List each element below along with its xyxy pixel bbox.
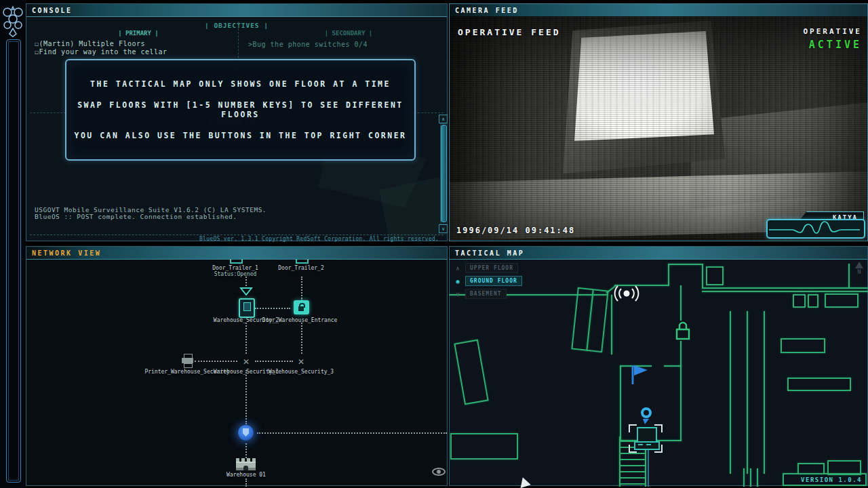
network-title: NETWORK VIEW [32, 249, 101, 257]
floor-upper-label: UPPER FLOOR [465, 263, 518, 273]
floor-selector: ∧ UPPER FLOOR ◉ GROUND FLOOR ∨ BASEMENT [454, 263, 522, 302]
feed-label: OPERATIVE FEED [458, 27, 561, 37]
node-warehouse-security-3[interactable]: ✕ [298, 355, 304, 367]
console-panel: CONSOLE | OBJECTIVES | | PRIMARY | | SEC… [26, 3, 448, 241]
net-link [301, 277, 302, 301]
operative-label: OPERATIVE [803, 27, 862, 36]
node-label-entrance: Door_Warehouse_Entrance [262, 317, 338, 323]
camera-vignette [450, 16, 867, 241]
wall [664, 365, 682, 367]
floor-button-ground[interactable]: ◉ GROUND FLOOR [454, 276, 522, 286]
node-door-warehouse-entrance[interactable] [294, 300, 309, 314]
heading-arrow-icon [517, 476, 531, 488]
operative-status: ACTIVE [809, 39, 862, 51]
tutorial-line-3: YOU CAN ALSO USE THE BUTTONS IN THE TOP … [66, 131, 414, 140]
locked-door-icon[interactable] [673, 320, 692, 342]
wall [620, 365, 621, 441]
network-panel: NETWORK VIEW Door_Trailer_1 Status:Opene… [26, 246, 448, 486]
trailer1-name: Door_Trailer_1 [212, 265, 258, 271]
pulse-waveform-icon [768, 220, 861, 235]
laptop-icon[interactable] [634, 427, 657, 450]
tutorial-line-2: SWAP FLOORS WITH [1-5 NUMBER KEYS] TO SE… [66, 100, 414, 119]
map-object-box [454, 340, 488, 405]
scroll-thumb[interactable] [441, 125, 447, 222]
shelf-line [747, 311, 748, 474]
objective-flag-icon [627, 362, 650, 388]
wall [680, 285, 682, 321]
node-label-warehouse: Warehouse 01 [226, 472, 266, 478]
objective-secondary-1: >Bug the phone switches 0/4 [248, 40, 368, 49]
node-warehouse-security-2[interactable] [239, 298, 255, 318]
wall [680, 341, 682, 367]
shield-glyph-icon [243, 428, 249, 436]
laptop-key [646, 444, 651, 445]
floor-current-icon: ◉ [454, 278, 462, 285]
trailer1-status: Status:Opened [212, 271, 258, 277]
map-object-box [825, 293, 859, 308]
compass-icon: N [855, 262, 863, 275]
floor-ground-label: GROUND FLOOR [465, 276, 522, 286]
shelf-line [730, 311, 731, 474]
node-label-trailer1: Door_Trailer_1 Status:Opened [212, 265, 258, 277]
tactical-panel: TACTICAL MAP ∧ UPPER FLOOR ◉ GROUND FLOO… [449, 246, 868, 486]
net-link [255, 308, 290, 309]
wall [743, 468, 745, 487]
node-door-trailer-1[interactable] [230, 259, 243, 264]
wall [702, 287, 868, 289]
version-label: VERSION 1.0.4 [801, 476, 862, 483]
feed-timestamp: 1996/09/14 09:41:48 [456, 226, 575, 235]
camera-feed: OPERATIVE FEED OPERATIVE ACTIVE 1996/09/… [450, 16, 867, 241]
node-firewall[interactable] [238, 425, 254, 441]
laptop-base [634, 441, 660, 450]
net-link [195, 361, 237, 362]
network-header: NETWORK VIEW [26, 247, 447, 260]
net-link [245, 479, 247, 487]
map-object-box [787, 378, 851, 391]
objectives-header: | OBJECTIVES | [26, 22, 447, 29]
wall [750, 468, 751, 487]
biometric-monitor [766, 219, 865, 239]
eye-pupil [437, 470, 441, 474]
node-label-security3: Warehouse_Security_3 [269, 369, 334, 375]
tactical-header: TACTICAL MAP [450, 247, 867, 260]
node-printer-warehouse-security[interactable] [182, 354, 194, 367]
version-box: VERSION 1.0.4 [783, 473, 867, 486]
floor-button-basement[interactable]: ∨ BASEMENT [454, 289, 522, 299]
camera-screen-glyph [243, 302, 251, 311]
wall [668, 264, 669, 286]
printer-paper-out [184, 363, 193, 368]
shelf-line [764, 311, 765, 474]
operative-pin-icon [638, 407, 654, 426]
map-object-box [808, 294, 818, 308]
game-screen: CONSOLE | OBJECTIVES | | PRIMARY | | SEC… [0, 0, 868, 488]
objective-primary-2: ☐Find your way into the cellar [35, 47, 167, 56]
floor-button-upper[interactable]: ∧ UPPER FLOOR [454, 263, 522, 273]
visibility-eye-icon[interactable] [432, 468, 446, 476]
node-warehouse-security-1[interactable]: ✕ [243, 355, 249, 367]
compass-arrow [855, 262, 863, 268]
camera-panel: CAMERA FEED OPERATIVE FEED OPERATIVE ACT… [449, 3, 868, 241]
node-door-trailer-2[interactable] [296, 259, 309, 264]
floor-up-icon: ∧ [454, 265, 462, 272]
tutorial-popup: THE TACTICAL MAP ONLY SHOWS ONE FLOOR AT… [65, 59, 416, 161]
net-link [255, 361, 293, 362]
node-label-trailer2: Door_Trailer_2 [278, 265, 323, 271]
secondary-header: | SECONDARY | [271, 30, 427, 37]
net-link [245, 370, 247, 424]
console-title: CONSOLE [32, 7, 73, 14]
printer-body [182, 358, 193, 363]
primary-header: | PRIMARY | [57, 30, 220, 37]
tactical-title: TACTICAL MAP [455, 249, 524, 257]
castle-door [243, 466, 248, 470]
tutorial-line-1: THE TACTICAL MAP ONLY SHOWS ONE FLOOR AT… [66, 79, 414, 89]
console-header: CONSOLE [26, 4, 447, 17]
lock-shackle-glyph [299, 303, 305, 308]
net-link [301, 323, 302, 354]
camera-title: CAMERA FEED [455, 7, 519, 14]
footer-divider [30, 235, 443, 235]
floor-basement-label: BASEMENT [465, 289, 507, 299]
node-warehouse-01[interactable] [236, 458, 256, 470]
wall [702, 291, 868, 292]
net-link [245, 323, 247, 354]
scroll-down-button[interactable]: ∨ [439, 224, 448, 233]
